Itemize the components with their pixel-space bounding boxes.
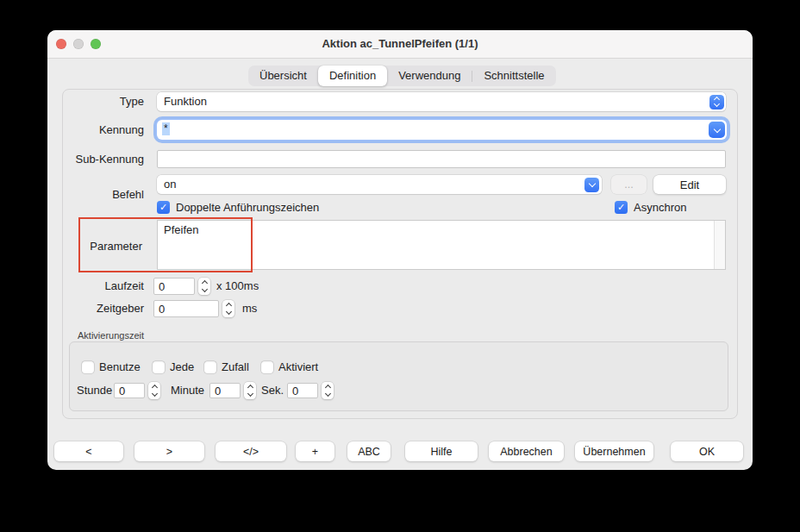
help-button[interactable]: Hilfe	[405, 441, 478, 461]
chevron-down-icon[interactable]	[709, 122, 725, 138]
laufzeit-stepper[interactable]	[198, 278, 210, 295]
asynchron-checkbox[interactable]	[615, 201, 628, 214]
zufall-checkbox-label: Zufall	[222, 361, 249, 373]
next-button[interactable]: >	[134, 441, 204, 461]
stunde-label: Stunde	[77, 383, 112, 398]
zufall-checkbox[interactable]	[204, 361, 216, 373]
tab-bar: Übersicht Definition Verwendung Schnitts…	[248, 66, 556, 86]
chevron-down-icon[interactable]	[584, 178, 599, 192]
stepper-down-icon	[201, 286, 207, 292]
zoom-button[interactable]	[91, 39, 101, 49]
stepper-down-icon	[247, 391, 253, 397]
stepper-down-icon	[324, 391, 330, 397]
dialog-window: Aktion ac_TunnelPfeifen (1/1) Übersicht …	[47, 30, 753, 470]
apply-button[interactable]: Übernehmen	[575, 441, 653, 461]
parameter-scrollbar[interactable]	[714, 221, 725, 269]
abc-button[interactable]: ABC	[347, 441, 391, 461]
aktivierungszeit-title: Aktivierungszeit	[78, 330, 144, 341]
tab-verwendung[interactable]: Verwendung	[387, 66, 472, 86]
aktiviert-checkbox-label: Aktiviert	[278, 361, 318, 373]
sub-kennung-input[interactable]	[157, 150, 726, 168]
type-value: Funktion	[164, 92, 207, 111]
code-button[interactable]: </>	[216, 441, 286, 461]
benutze-checkbox-label: Benutze	[99, 361, 141, 373]
jede-checkbox[interactable]	[153, 361, 165, 373]
zeitgeber-unit: ms	[242, 300, 257, 317]
aktiviert-checkbox[interactable]	[261, 361, 273, 373]
titlebar: Aktion ac_TunnelPfeifen (1/1)	[47, 30, 753, 59]
jede-checkbox-label: Jede	[170, 361, 194, 373]
befehl-label: Befehl	[47, 188, 144, 201]
zeitgeber-input[interactable]	[153, 300, 219, 317]
tab-schnittstelle[interactable]: Schnittstelle	[472, 66, 555, 86]
minute-label: Minute	[171, 383, 204, 398]
doppelte-checkbox[interactable]	[157, 201, 170, 214]
doppelte-checkbox-label: Doppelte Anführungszeichen	[176, 201, 319, 214]
asynchron-checkbox-label: Asynchron	[634, 201, 686, 214]
minimize-button	[73, 39, 84, 49]
sek-input[interactable]	[287, 383, 318, 398]
kennung-value-selected: *	[162, 122, 170, 135]
sek-stepper[interactable]	[322, 382, 334, 399]
stunde-stepper[interactable]	[148, 382, 160, 399]
type-label: Type	[47, 92, 144, 111]
parameter-textarea[interactable]: Pfeifen	[157, 220, 726, 270]
zeitgeber-label: Zeitgeber	[47, 300, 144, 317]
stepper-down-icon	[151, 391, 157, 397]
laufzeit-unit: x 100ms	[216, 278, 259, 295]
benutze-checkbox[interactable]	[82, 361, 94, 373]
kennung-label: Kennung	[47, 121, 144, 140]
minute-input[interactable]	[209, 383, 241, 398]
stunde-input[interactable]	[114, 383, 145, 398]
laufzeit-input[interactable]	[153, 278, 195, 295]
cancel-button[interactable]: Abbrechen	[489, 441, 564, 461]
window-title: Aktion ac_TunnelPfeifen (1/1)	[47, 30, 753, 58]
window-controls	[56, 39, 101, 49]
sub-kennung-label: Sub-Kennung	[47, 150, 144, 168]
parameter-value: Pfeifen	[164, 223, 198, 236]
befehl-value: on	[164, 175, 176, 194]
prev-button[interactable]: <	[54, 441, 123, 461]
befehl-more-button: ...	[611, 175, 647, 194]
parameter-label: Parameter	[47, 238, 142, 255]
close-button[interactable]	[56, 39, 66, 49]
befehl-edit-button[interactable]: Edit	[653, 175, 726, 194]
chevron-up-down-icon[interactable]	[709, 95, 724, 110]
aktivierungszeit-groupbox	[69, 341, 728, 411]
minute-stepper[interactable]	[244, 382, 256, 399]
kennung-combobox[interactable]: *	[157, 120, 727, 140]
ok-button[interactable]: OK	[671, 441, 743, 461]
type-popup[interactable]: Funktion	[157, 92, 726, 111]
sek-label: Sek.	[261, 383, 284, 398]
laufzeit-label: Laufzeit	[47, 278, 144, 295]
befehl-combobox[interactable]: on	[157, 175, 602, 194]
stepper-down-icon	[225, 309, 231, 315]
zeitgeber-stepper[interactable]	[222, 300, 234, 317]
tab-uebersicht[interactable]: Übersicht	[248, 66, 318, 86]
add-button[interactable]: +	[296, 441, 334, 461]
tab-definition[interactable]: Definition	[318, 66, 387, 86]
